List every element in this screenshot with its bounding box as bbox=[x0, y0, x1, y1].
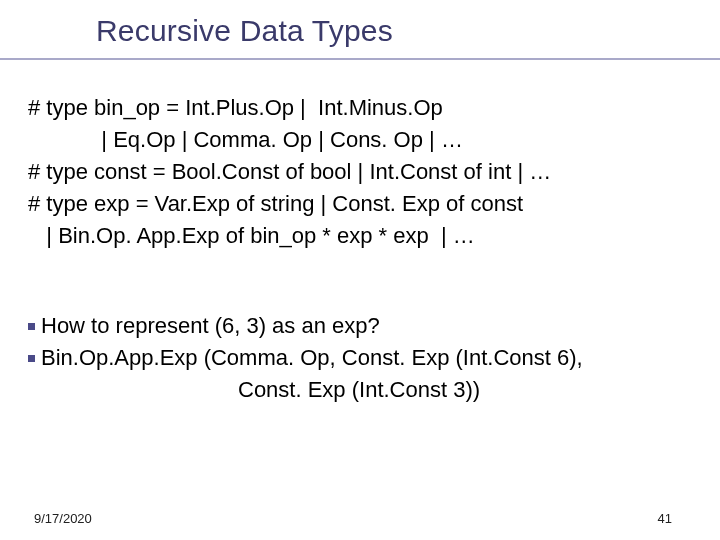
code-line-5: | Bin.Op. App.Exp of bin_op * exp * exp … bbox=[28, 220, 700, 252]
footer-date: 9/17/2020 bbox=[34, 511, 92, 526]
bullet-square-icon bbox=[28, 355, 35, 362]
slide-title: Recursive Data Types bbox=[96, 14, 393, 48]
bullet-item-1: How to represent (6, 3) as an exp? bbox=[28, 310, 700, 342]
title-underline bbox=[0, 58, 720, 60]
bullet-square-icon bbox=[28, 323, 35, 330]
code-line-2: | Eq.Op | Comma. Op | Cons. Op | … bbox=[28, 124, 700, 156]
bullet-text-2: Bin.Op.App.Exp (Comma. Op, Const. Exp (I… bbox=[41, 342, 583, 374]
slide: Recursive Data Types # type bin_op = Int… bbox=[0, 0, 720, 540]
code-block: # type bin_op = Int.Plus.Op | Int.Minus.… bbox=[28, 92, 700, 251]
code-line-4: # type exp = Var.Exp of string | Const. … bbox=[28, 188, 700, 220]
bullet-item-2: Bin.Op.App.Exp (Comma. Op, Const. Exp (I… bbox=[28, 342, 700, 374]
bullet-text-1: How to represent (6, 3) as an exp? bbox=[41, 310, 380, 342]
bullet-list: How to represent (6, 3) as an exp? Bin.O… bbox=[28, 310, 700, 406]
bullet-text-2-continuation: Const. Exp (Int.Const 3)) bbox=[28, 374, 700, 406]
footer-page-number: 41 bbox=[658, 511, 672, 526]
code-line-1: # type bin_op = Int.Plus.Op | Int.Minus.… bbox=[28, 92, 700, 124]
code-line-3: # type const = Bool.Const of bool | Int.… bbox=[28, 156, 700, 188]
